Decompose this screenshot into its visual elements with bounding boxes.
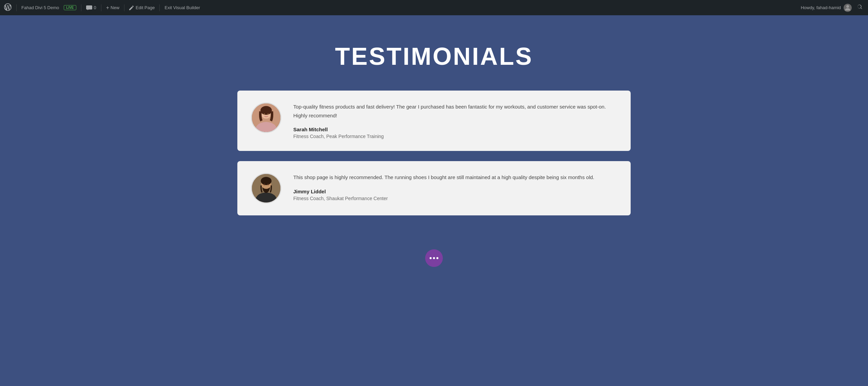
dot-2 — [433, 257, 435, 259]
builder-options-button[interactable] — [425, 249, 443, 267]
comments-link[interactable]: 0 — [86, 5, 96, 10]
sarah-testimonial-text: Top-quality fitness products and fast de… — [293, 102, 617, 120]
user-avatar[interactable] — [844, 4, 852, 12]
jimmy-avatar — [251, 173, 281, 204]
testimonials-container: Top-quality fitness products and fast de… — [224, 91, 644, 243]
testimonial-card-jimmy: This shop page is highly recommended. Th… — [237, 161, 631, 215]
jimmy-author-name: Jimmy Liddel — [293, 189, 617, 194]
hero-section: TESTIMONIALS — [0, 15, 868, 91]
edit-page-button[interactable]: Edit Page — [129, 5, 155, 10]
dot-1 — [430, 257, 432, 259]
jimmy-testimonial-text: This shop page is highly recommended. Th… — [293, 173, 617, 182]
svg-point-8 — [261, 177, 272, 185]
jimmy-testimonial-content: This shop page is highly recommended. Th… — [293, 173, 617, 201]
sarah-testimonial-content: Top-quality fitness products and fast de… — [293, 102, 617, 139]
svg-point-9 — [263, 184, 265, 185]
testimonial-card-sarah: Top-quality fitness products and fast de… — [237, 91, 631, 151]
bottom-section — [425, 243, 443, 281]
new-label: New — [111, 5, 119, 10]
svg-point-3 — [260, 106, 272, 115]
page-title: TESTIMONIALS — [335, 42, 533, 70]
site-name[interactable]: Fahad Divi 5 Demo — [21, 5, 59, 10]
sarah-author-role: Fitness Coach, Peak Performance Training — [293, 134, 617, 139]
jimmy-author-role: Fitness Coach, Shaukat Performance Cente… — [293, 196, 617, 201]
svg-point-10 — [267, 184, 269, 185]
exit-visual-builder-button[interactable]: Exit Visual Builder — [164, 5, 200, 10]
howdy-text: Howdy, fahad-hamid — [801, 4, 852, 12]
admin-bar: Fahad Divi 5 Demo Live 0 + New Edit Page… — [0, 0, 868, 15]
svg-point-4 — [264, 113, 265, 115]
plus-icon: + — [106, 5, 109, 11]
sarah-author-name: Sarah Mitchell — [293, 127, 617, 132]
search-button[interactable] — [856, 3, 864, 13]
main-content: TESTIMONIALS — [0, 0, 868, 386]
dot-3 — [436, 257, 438, 259]
live-badge: Live — [64, 5, 76, 10]
svg-point-0 — [846, 5, 849, 8]
sarah-avatar — [251, 102, 281, 133]
svg-point-5 — [268, 113, 269, 115]
edit-page-label: Edit Page — [136, 5, 155, 10]
new-button[interactable]: + New — [106, 5, 119, 11]
comments-count: 0 — [94, 5, 96, 10]
wp-logo-icon[interactable] — [4, 3, 12, 12]
